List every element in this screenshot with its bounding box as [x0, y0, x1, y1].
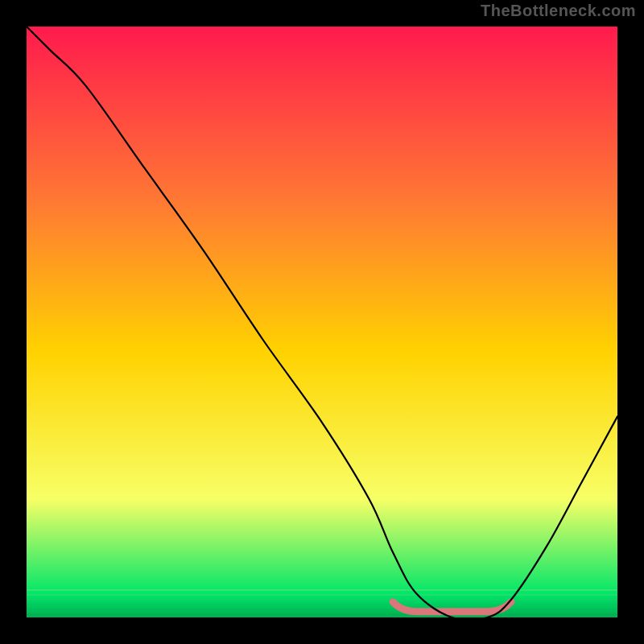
watermark-text: TheBottleneck.com	[481, 2, 636, 20]
chart-svg	[27, 27, 617, 617]
gradient-background	[27, 27, 617, 617]
chart-frame: TheBottleneck.com	[0, 0, 644, 644]
plot-area	[27, 27, 617, 617]
